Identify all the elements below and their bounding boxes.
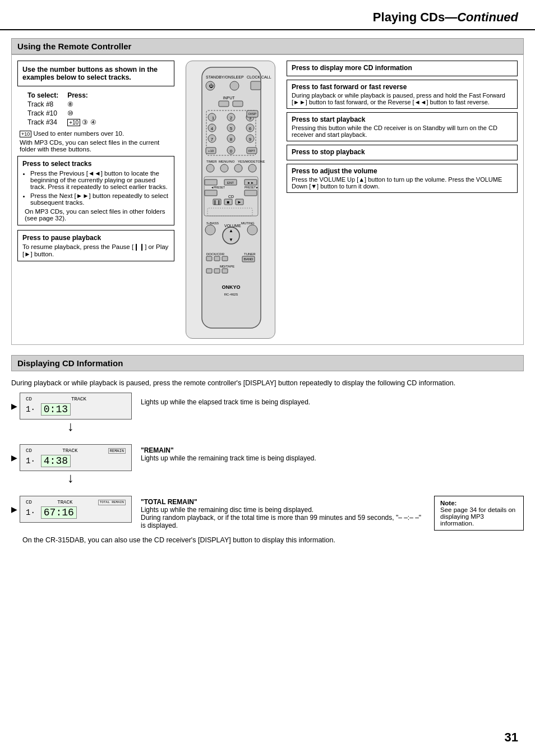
page-header: Playing CDs—Continued xyxy=(0,0,535,30)
svg-text:BAND: BAND xyxy=(244,257,253,261)
svg-text:MUTING: MUTING xyxy=(241,222,255,225)
remote-drawing: STANDBY/ON SLEEP CLOCK CALL ⏻ INPUT 1 xyxy=(186,61,275,339)
lcd-arrow-3: ▶ CD TRACK TOTAL REMAIN 1· 67:16 xyxy=(11,496,132,523)
arrow-icon-2: ▶ xyxy=(11,453,17,462)
arrow-icon-3: ▶ xyxy=(11,505,17,514)
svg-text:+10: +10 xyxy=(208,149,214,153)
lcd-time: 0:13 xyxy=(41,403,71,416)
svg-point-43 xyxy=(206,164,214,172)
svg-rect-57 xyxy=(245,190,257,196)
svg-text:RC-462S: RC-462S xyxy=(224,293,238,296)
svg-text:SLEEP: SLEEP xyxy=(231,75,244,79)
svg-text:MD/TAPE: MD/TAPE xyxy=(220,265,234,268)
svg-rect-78 xyxy=(206,256,212,261)
lcd-arrow-1: ▶ CD TRACK 1· 0:13 xyxy=(11,393,132,420)
lcd-top-1: CD TRACK xyxy=(26,397,126,402)
table-row: Track #10 ⑩ xyxy=(23,109,101,118)
lcd-main-2: 1· 4:38 xyxy=(26,455,126,467)
lcd-top-2: CD TRACK REMAIN xyxy=(26,448,126,454)
pause-box: Press to pause playback To resume playba… xyxy=(17,230,174,261)
svg-text:►: ► xyxy=(237,200,242,205)
lcd-group-2: ▶ CD TRACK REMAIN 1· 4:38 ↓ xyxy=(11,444,132,485)
list-item: Press the Previous [◄◄] button to locate… xyxy=(30,170,169,190)
display-rows: ▶ CD TRACK 1· 0:13 ↓ xyxy=(11,393,524,531)
callout-volume: Press to adjust the volume Press the VOL… xyxy=(287,164,518,193)
svg-rect-10 xyxy=(233,101,243,107)
track-button: +10 ③ ④ xyxy=(63,118,101,127)
pause-box-text: To resume playback, press the Pause [❙❙]… xyxy=(22,243,169,257)
svg-text:7: 7 xyxy=(211,137,214,142)
display-desc-1: Lights up while the elapsed track time i… xyxy=(141,393,524,406)
lcd-group-1: ▶ CD TRACK 1· 0:13 ↓ xyxy=(11,393,132,433)
svg-text:8: 8 xyxy=(230,137,233,142)
lcd-remain-badge-2: REMAIN xyxy=(108,448,126,454)
lcd-track-label-2: TRACK xyxy=(62,448,77,454)
svg-text:9: 9 xyxy=(249,137,252,142)
remote-svg: STANDBY/ON SLEEP CLOCK CALL ⏻ INPUT 1 xyxy=(191,64,272,334)
lcd-time-2: 4:38 xyxy=(41,455,71,467)
lcd-top-3: CD TRACK TOTAL REMAIN xyxy=(26,500,126,505)
svg-point-46 xyxy=(248,164,256,172)
display-row-3: ▶ CD TRACK TOTAL REMAIN 1· 67:16 "TOTAL … xyxy=(11,496,524,531)
display-row-1: ▶ CD TRACK 1· 0:13 ↓ xyxy=(11,393,524,433)
lcd-time-3: 67:16 xyxy=(41,506,77,519)
callout-volume-text: Press the VOLUME Up [▲] button to turn u… xyxy=(292,176,513,190)
svg-rect-56 xyxy=(205,190,217,196)
track-label: Track #34 xyxy=(23,118,63,127)
lcd-arrow-2: ▶ CD TRACK REMAIN 1· 4:38 xyxy=(11,444,132,471)
lcd-cd-label-2: CD xyxy=(26,448,32,454)
mp3-folders-note: On MP3 CDs, you can select files in othe… xyxy=(25,208,169,222)
lcd-2: CD TRACK REMAIN 1· 4:38 xyxy=(20,444,132,471)
svg-text:►►: ►► xyxy=(247,181,254,185)
intro-text: Use the number buttons as shown in the e… xyxy=(22,66,158,81)
svg-text:■: ■ xyxy=(227,200,230,205)
svg-text:ONKYO: ONKYO xyxy=(222,284,240,290)
svg-rect-7 xyxy=(251,81,261,90)
lcd-track-label-3: TRACK xyxy=(57,500,72,505)
intro-box: Use the number buttons as shown in the e… xyxy=(17,61,174,86)
page-number: 31 xyxy=(505,730,518,745)
note-box: Note: See page 34 for details on display… xyxy=(434,496,524,531)
callout-display: Press to display more CD infor­mation xyxy=(287,61,518,76)
callout-start-title: Press to start playback xyxy=(292,116,513,123)
svg-text:TONE: TONE xyxy=(256,160,265,163)
down-arrow-2: ↓ xyxy=(67,471,74,485)
svg-text:CD: CD xyxy=(228,195,234,199)
lcd-3: CD TRACK TOTAL REMAIN 1· 67:16 xyxy=(20,496,132,523)
remote-section-title-box: Using the Remote Controller xyxy=(11,38,524,54)
page-title: Playing CDs—Continued xyxy=(17,10,518,25)
svg-text:STANDBY/ON: STANDBY/ON xyxy=(206,75,231,79)
svg-text:INPUT: INPUT xyxy=(223,96,236,100)
display-desc-2: "REMAIN" Lights up while the remaining t… xyxy=(141,444,524,462)
svg-point-45 xyxy=(234,164,242,172)
col-header-select: To select: xyxy=(23,91,63,100)
callout-stop-title: Press to stop playback xyxy=(292,148,513,156)
callout-display-title: Press to display more CD infor­mation xyxy=(292,64,513,72)
svg-rect-80 xyxy=(222,256,228,261)
lcd-track-num-3: 1· xyxy=(26,508,35,517)
callout-stop: Press to stop playback xyxy=(287,145,518,160)
svg-text:⏻: ⏻ xyxy=(209,84,214,89)
lcd-main-3: 1· 67:16 xyxy=(26,506,126,519)
cd-section-title: Displaying CD Information xyxy=(17,358,518,368)
svg-rect-9 xyxy=(219,101,229,107)
display-row-2: ▶ CD TRACK REMAIN 1· 4:38 ↓ xyxy=(11,444,524,485)
svg-text:▲: ▲ xyxy=(229,228,233,233)
lcd-cd-label-3: CD xyxy=(26,500,32,505)
track-label: Track #10 xyxy=(23,109,63,118)
plus10-note-text: Used to enter numbers over 10. xyxy=(33,130,124,137)
svg-point-68 xyxy=(205,225,215,235)
svg-rect-79 xyxy=(214,256,220,261)
callout-fastforward: Press to fast forward or fast reverse Du… xyxy=(287,80,518,109)
plus10-note: +10 Used to enter numbers over 10. xyxy=(20,130,174,137)
svg-rect-83 xyxy=(214,269,220,273)
callout-volume-title: Press to adjust the volume xyxy=(292,167,513,175)
svg-rect-82 xyxy=(206,269,212,273)
svg-text:ENT: ENT xyxy=(227,181,234,185)
callout-start-text: Pressing this button while the CD receiv… xyxy=(292,125,513,138)
arrow-icon-1: ▶ xyxy=(11,402,17,411)
lcd-1: CD TRACK 1· 0:13 xyxy=(20,393,132,420)
callout-fastforward-text: During playback or while playback is pau… xyxy=(292,92,513,105)
table-row: Track #8 ⑧ xyxy=(23,100,101,109)
callout-start: Press to start playback Pressing this bu… xyxy=(287,112,518,141)
